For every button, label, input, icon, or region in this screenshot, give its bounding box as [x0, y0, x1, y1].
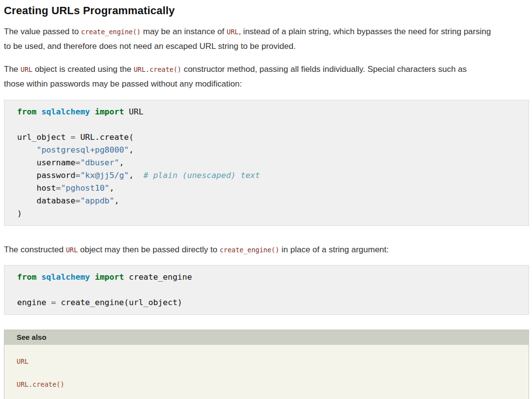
code-token: url_object: [17, 133, 70, 142]
text-run: , instead of a plain string, which bypas…: [239, 27, 491, 36]
code-line: "postgresql+pg8000",: [17, 144, 524, 156]
code-token: database: [17, 196, 75, 205]
paragraph: The constructed URL object may then be p…: [4, 243, 532, 257]
code-token: =: [75, 158, 80, 167]
paragraph-line: The constructed URL object may then be p…: [4, 243, 532, 257]
text-run: in place of a string argument:: [279, 245, 389, 254]
paragraph: The URL object is created using the URL.…: [4, 62, 532, 91]
code-token: URL: [124, 107, 144, 116]
see-also-link[interactable]: URL: [17, 357, 524, 366]
code-token: engine: [17, 298, 51, 307]
text-run: to be used, and therefore does not need …: [4, 42, 296, 51]
code-line: ): [17, 207, 524, 220]
code-token: "appdb": [80, 196, 114, 205]
text-run: constructor method, passing all fields i…: [181, 65, 467, 74]
page-title: Creating URLs Programmatically: [4, 4, 532, 18]
code-token: ,: [119, 158, 124, 167]
code-token: [90, 272, 95, 282]
code-line: database="appdb",: [17, 195, 524, 207]
code-token: =: [56, 183, 61, 193]
code-token: "dbuser": [80, 158, 119, 167]
code-token: [17, 145, 37, 155]
code-token: [37, 272, 42, 282]
text-run: may be an instance of: [141, 27, 227, 36]
code-token: sqlalchemy: [42, 107, 90, 116]
code-token: =: [51, 298, 56, 307]
doc-page: Creating URLs Programmatically The value…: [0, 0, 532, 399]
code-token: import: [95, 272, 124, 282]
code-token: ,: [129, 171, 144, 180]
code-token: from: [17, 107, 37, 116]
code-token: username: [17, 158, 75, 167]
code-line: url_object = URL.create(: [17, 131, 524, 144]
see-also-admonition: See also URLURL.create(): [4, 330, 529, 399]
text-run: object may then be passed directly to: [78, 245, 220, 254]
see-also-title: See also: [4, 330, 529, 345]
code-block-create-engine: from sqlalchemy import create_engine eng…: [4, 265, 529, 315]
paragraph-line: The value passed to create_engine() may …: [4, 24, 532, 39]
code-token: ,: [114, 196, 119, 205]
code-line: password="kx@jj5/g", # plain (unescaped)…: [17, 169, 524, 182]
text-run: those within passwords may be passed wit…: [4, 79, 242, 89]
code-line: [17, 284, 524, 296]
code-token: import: [95, 107, 124, 116]
code-line: [17, 118, 524, 131]
code-token: "kx@jj5/g": [80, 171, 129, 180]
code-token: =: [70, 133, 75, 142]
paragraph-line: The URL object is created using the URL.…: [4, 62, 532, 77]
code-token: from: [17, 272, 37, 282]
code-token: =: [75, 171, 80, 180]
code-token: create_engine(url_object): [56, 298, 182, 307]
code-line: from sqlalchemy import create_engine: [17, 271, 524, 284]
code-line: engine = create_engine(url_object): [17, 296, 524, 309]
text-run: object is created using the: [32, 65, 133, 74]
see-also-body: URLURL.create(): [4, 345, 529, 399]
code-token: # plain (unescaped) text: [143, 171, 260, 180]
code-line: from sqlalchemy import URL: [17, 106, 524, 118]
code-token: ): [17, 209, 22, 218]
code-token: sqlalchemy: [42, 272, 90, 282]
inline-code-link[interactable]: URL.create(): [133, 66, 181, 73]
code-token: [90, 107, 95, 116]
code-token: host: [17, 183, 56, 193]
inline-code-link[interactable]: URL: [21, 66, 32, 73]
text-run: The: [4, 65, 21, 74]
code-token: "pghost10": [61, 183, 109, 193]
code-line: host="pghost10",: [17, 182, 524, 195]
code-token: create_engine: [124, 272, 192, 282]
paragraph-line: to be used, and therefore does not need …: [4, 39, 532, 53]
paragraph: The value passed to create_engine() may …: [4, 24, 532, 53]
text-run: The value passed to: [4, 27, 81, 36]
code-token: "postgresql+pg8000": [37, 145, 129, 155]
inline-code-link[interactable]: create_engine(): [220, 246, 279, 254]
code-token: password: [17, 171, 75, 180]
code-token: ,: [129, 145, 134, 155]
inline-code-link[interactable]: URL: [66, 246, 78, 254]
text-run: The constructed: [4, 245, 66, 254]
code-line: username="dbuser",: [17, 156, 524, 169]
paragraph-line: those within passwords may be passed wit…: [4, 77, 532, 91]
code-block-url-create: from sqlalchemy import URL url_object = …: [4, 100, 529, 226]
code-token: =: [75, 196, 80, 205]
inline-code-link[interactable]: create_engine(): [81, 28, 141, 36]
inline-code-link[interactable]: URL: [227, 28, 239, 36]
see-also-link[interactable]: URL.create(): [17, 380, 524, 389]
code-token: ,: [110, 183, 114, 193]
code-token: URL.create(: [75, 133, 133, 142]
code-token: [37, 107, 42, 116]
